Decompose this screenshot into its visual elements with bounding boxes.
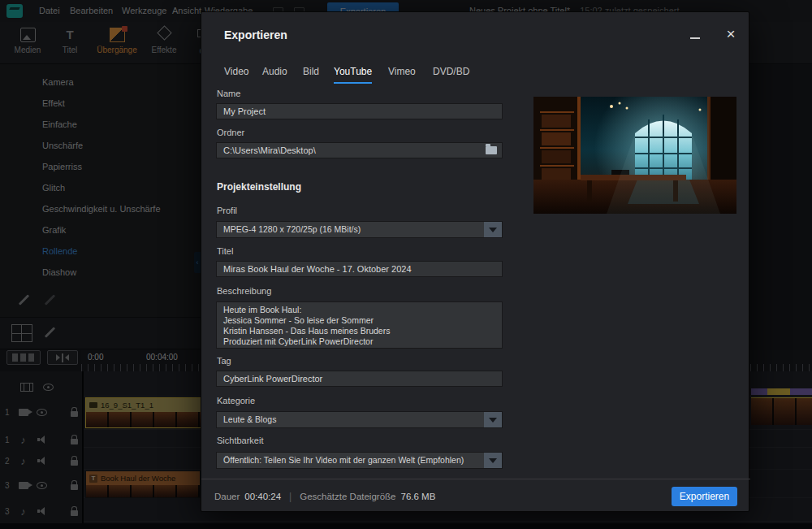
visibility-label: Sichtbarkeit	[217, 436, 263, 445]
profile-dropdown[interactable]: MPEG-4 1280 x 720/25p (16 MBit/s)	[216, 221, 503, 238]
dialog-footer: Dauer 00:40:24 | Geschätzte Dateigröße 7…	[201, 479, 750, 513]
tag-label: Tag	[217, 356, 231, 366]
video-title-input[interactable]	[216, 261, 503, 277]
category-dropdown[interactable]: Leute & Blogs	[216, 411, 503, 428]
tab-bild[interactable]: Bild	[303, 66, 319, 82]
tab-vimeo[interactable]: Vimeo	[388, 66, 416, 82]
folder-label: Ordner	[217, 128, 244, 137]
section-projekteinstellung: Projekteinstellung	[217, 181, 301, 193]
tab-audio[interactable]: Audio	[262, 66, 287, 82]
browse-folder-icon[interactable]	[486, 146, 497, 154]
description-label: Beschreibung	[217, 286, 271, 296]
profile-value: MPEG-4 1280 x 720/25p (16 MBit/s)	[223, 224, 361, 234]
footer-separator: |	[289, 491, 292, 502]
tag-input[interactable]	[216, 371, 503, 387]
dropdown-arrow-icon[interactable]	[484, 453, 502, 468]
tab-youtube[interactable]: YouTube	[334, 66, 372, 84]
library-scene-image	[533, 97, 736, 214]
profile-label: Profil	[217, 206, 237, 215]
tab-video[interactable]: Video	[224, 66, 248, 82]
dropdown-arrow-icon[interactable]	[484, 412, 502, 427]
category-label: Kategorie	[217, 396, 255, 405]
minimize-icon[interactable]	[687, 30, 703, 43]
category-value: Leute & Blogs	[223, 414, 276, 424]
close-icon[interactable]: ×	[721, 24, 741, 45]
visibility-value: Öffentlich: Teilen Sie Ihr Video mit der…	[223, 455, 464, 465]
export-dialog: Exportieren × Video Audio Bild YouTube V…	[201, 11, 749, 512]
visibility-dropdown[interactable]: Öffentlich: Teilen Sie Ihr Video mit der…	[216, 452, 503, 469]
export-confirm-button[interactable]: Exportieren	[672, 487, 737, 506]
folder-field	[216, 142, 503, 158]
description-textarea[interactable]: Heute im Book Haul: Jessica Sommer - So …	[216, 301, 503, 349]
title-label: Titel	[217, 246, 233, 256]
name-label: Name	[217, 89, 240, 98]
duration-value: 00:40:24	[244, 492, 281, 501]
filesize-label: Geschätzte Dateigröße	[300, 492, 395, 501]
app-window: Datei Bearbeiten Werkzeuge Ansicht Wiede…	[0, 0, 812, 529]
folder-input[interactable]	[217, 145, 486, 155]
video-preview-thumbnail	[533, 97, 736, 214]
filesize-value: 76.6 MB	[400, 492, 435, 501]
duration-label: Dauer	[214, 492, 240, 501]
tab-dvd-bd[interactable]: DVD/BD	[433, 66, 469, 82]
dropdown-arrow-icon[interactable]	[484, 222, 502, 237]
name-input[interactable]	[216, 103, 503, 119]
dialog-title: Exportieren	[224, 28, 287, 41]
